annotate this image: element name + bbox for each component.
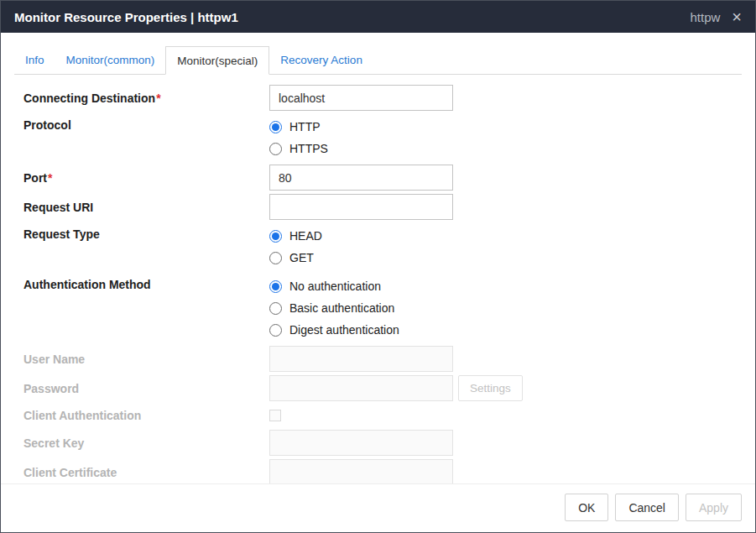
request-type-label: Request Type	[23, 223, 269, 245]
auth-option-digest-authentication[interactable]: Digest authentication	[269, 319, 399, 341]
protocol-radio-group: HTTP HTTPS	[269, 114, 328, 161]
field-password: Password Settings	[23, 375, 742, 401]
request-uri-label: Request URI	[23, 201, 269, 214]
request-type-radio-group: HEAD GET	[269, 223, 322, 270]
radio-label: Digest authentication	[289, 323, 399, 337]
connecting-destination-input[interactable]	[269, 85, 453, 111]
label-text: Connecting Destination	[23, 91, 155, 105]
secret-key-input	[269, 430, 453, 456]
dialog-footer: OK Cancel Apply	[1, 483, 755, 532]
password-input	[269, 375, 453, 401]
apply-button: Apply	[686, 494, 742, 521]
radio-label: HTTPS	[289, 142, 328, 155]
user-name-input	[269, 346, 453, 372]
tab-bar: Info Monitor(common) Monitor(special) Re…	[14, 46, 742, 75]
radio-icon[interactable]	[269, 121, 282, 133]
cancel-button[interactable]: Cancel	[615, 494, 679, 521]
request-uri-input[interactable]	[269, 194, 453, 220]
radio-label: HEAD	[289, 229, 322, 243]
radio-icon[interactable]	[269, 252, 282, 264]
protocol-option-https[interactable]: HTTPS	[269, 138, 328, 159]
request-type-option-get[interactable]: GET	[269, 247, 322, 269]
connecting-destination-label: Connecting Destination*	[23, 91, 269, 105]
radio-label: GET	[289, 251, 314, 264]
client-certificate-label: Client Certificate	[23, 466, 269, 479]
radio-icon[interactable]	[269, 302, 282, 315]
user-name-label: User Name	[23, 353, 269, 366]
client-authentication-checkbox	[269, 410, 281, 421]
radio-icon[interactable]	[269, 143, 282, 155]
client-certificate-input	[269, 459, 453, 483]
authentication-method-label: Authentication Method	[23, 274, 269, 295]
auth-option-basic-authentication[interactable]: Basic authentication	[269, 297, 399, 319]
settings-button: Settings	[458, 375, 523, 401]
radio-label: No authentication	[289, 280, 381, 293]
form-content: Connecting Destination* Protocol HTTP HT…	[1, 75, 755, 483]
field-user-name: User Name	[23, 346, 742, 372]
password-label: Password	[23, 382, 269, 395]
required-asterisk: *	[156, 91, 160, 105]
protocol-label: Protocol	[23, 114, 269, 136]
request-type-option-head[interactable]: HEAD	[269, 225, 322, 247]
field-client-authentication: Client Authentication	[23, 405, 742, 426]
field-connecting-destination: Connecting Destination*	[23, 85, 742, 111]
client-authentication-label: Client Authentication	[23, 409, 269, 422]
field-port: Port*	[23, 165, 742, 191]
protocol-option-http[interactable]: HTTP	[269, 116, 328, 138]
tab-recovery-action[interactable]: Recovery Action	[269, 46, 373, 74]
field-request-uri: Request URI	[23, 194, 742, 220]
field-client-certificate: Client Certificate	[23, 459, 742, 483]
radio-icon[interactable]	[269, 280, 282, 293]
port-label: Port*	[23, 171, 269, 185]
label-text: Port	[23, 171, 47, 185]
tab-monitor-common[interactable]: Monitor(common)	[55, 46, 166, 74]
required-asterisk: *	[48, 171, 52, 185]
field-authentication-method: Authentication Method No authentication …	[23, 274, 742, 342]
tab-monitor-special[interactable]: Monitor(special)	[165, 46, 269, 75]
port-input[interactable]	[269, 165, 453, 191]
field-secret-key: Secret Key	[23, 430, 742, 456]
tab-info[interactable]: Info	[14, 46, 55, 74]
radio-icon[interactable]	[269, 230, 282, 243]
field-request-type: Request Type HEAD GET	[23, 223, 742, 270]
radio-icon[interactable]	[269, 324, 282, 337]
authentication-method-radio-group: No authentication Basic authentication D…	[269, 274, 399, 342]
dialog-title: Monitor Resource Properties | httpw1	[14, 10, 238, 24]
field-protocol: Protocol HTTP HTTPS	[23, 114, 742, 161]
radio-label: HTTP	[289, 120, 321, 133]
secret-key-label: Secret Key	[23, 436, 269, 450]
monitor-resource-properties-dialog: Monitor Resource Properties | httpw1 htt…	[0, 0, 756, 533]
auth-option-no-authentication[interactable]: No authentication	[269, 275, 399, 297]
close-icon[interactable]: ×	[732, 8, 742, 25]
ok-button[interactable]: OK	[565, 494, 608, 521]
dialog-header: Monitor Resource Properties | httpw1 htt…	[1, 1, 755, 33]
header-context-label: httpw	[690, 10, 720, 24]
radio-label: Basic authentication	[289, 301, 394, 315]
